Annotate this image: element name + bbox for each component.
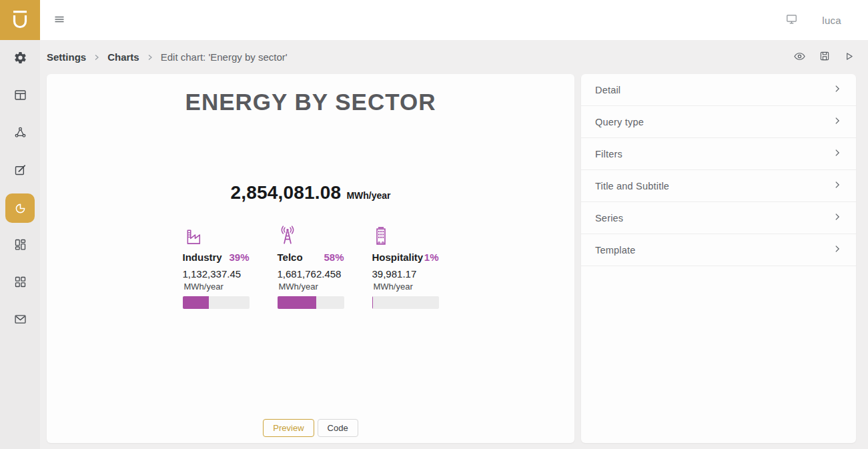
sector-label: Industry bbox=[183, 252, 222, 263]
sector-telco: Telco 58% 1,681,762.458 MWh/year bbox=[278, 223, 344, 309]
preview-chart-button[interactable] bbox=[793, 50, 806, 65]
section-series[interactable]: Series bbox=[581, 202, 856, 234]
hamburger-icon bbox=[53, 13, 65, 27]
sector-hospitality: Hospitality 1% 39,981.17 MWh/year bbox=[372, 223, 439, 309]
display-mode-button[interactable] bbox=[785, 13, 798, 27]
chevron-right-icon bbox=[146, 53, 154, 61]
dashboard-icon bbox=[13, 238, 27, 254]
sector-value: 1,132,337.45 bbox=[183, 268, 250, 280]
app-logo[interactable] bbox=[0, 0, 40, 40]
pie-chart-icon bbox=[5, 193, 35, 223]
sector-progress-fill bbox=[372, 296, 373, 309]
run-chart-button[interactable] bbox=[843, 51, 855, 64]
monitor-icon bbox=[785, 13, 798, 27]
chevron-right-icon bbox=[833, 148, 842, 160]
chevron-right-icon bbox=[93, 53, 101, 61]
section-query-type[interactable]: Query type bbox=[581, 106, 856, 138]
user-menu[interactable]: luca bbox=[822, 15, 841, 26]
chart-total: 2,854,081.08 MWh/year bbox=[47, 182, 574, 203]
section-title-and-subtitle[interactable]: Title and Subtitle bbox=[581, 170, 856, 202]
sector-list: Industry 39% 1,132,337.45 MWh/year bbox=[47, 223, 574, 309]
sector-label: Hospitality bbox=[372, 252, 424, 263]
sector-percentage: 1% bbox=[424, 252, 439, 263]
sector-percentage: 58% bbox=[324, 252, 344, 263]
breadcrumb: Settings Charts Edit chart: 'Energy by s… bbox=[47, 51, 288, 63]
sidebar-item-charts[interactable] bbox=[0, 189, 40, 227]
sector-label: Telco bbox=[278, 252, 303, 263]
chevron-right-icon bbox=[833, 244, 842, 256]
sector-unit: MWh/year bbox=[183, 282, 250, 292]
breadcrumb-settings[interactable]: Settings bbox=[47, 51, 86, 63]
total-unit: MWh/year bbox=[346, 190, 390, 201]
eye-icon bbox=[793, 50, 806, 65]
sidebar-item-widgets[interactable] bbox=[0, 264, 40, 302]
view-mode-tabs: Preview Code bbox=[47, 419, 574, 437]
hierarchy-icon bbox=[13, 125, 27, 142]
tab-code[interactable]: Code bbox=[318, 419, 358, 437]
breadcrumb-charts[interactable]: Charts bbox=[107, 51, 139, 63]
sidebar-item-hierarchy[interactable] bbox=[0, 115, 40, 152]
chart-toolbar bbox=[793, 50, 855, 65]
section-template[interactable]: Template bbox=[581, 234, 856, 266]
sector-progress-track bbox=[372, 296, 439, 309]
sector-percentage: 39% bbox=[229, 252, 249, 263]
chevron-right-icon bbox=[833, 212, 842, 224]
chart-preview-card: ENERGY BY SECTOR 2,854,081.08 MWh/year I… bbox=[47, 74, 574, 443]
edit-icon bbox=[13, 163, 27, 179]
sector-value: 1,681,762.458 bbox=[278, 268, 344, 280]
sidebar-item-edit[interactable] bbox=[0, 152, 40, 189]
sector-industry: Industry 39% 1,132,337.45 MWh/year bbox=[183, 223, 250, 309]
sidebar-item-tables[interactable] bbox=[0, 77, 40, 115]
save-icon bbox=[819, 50, 831, 64]
sidebar-item-dashboards[interactable] bbox=[0, 227, 40, 264]
sidebar-item-settings[interactable] bbox=[0, 40, 40, 77]
factory-icon bbox=[183, 223, 250, 246]
sector-progress-track bbox=[183, 296, 250, 309]
sector-unit: MWh/year bbox=[372, 282, 439, 292]
breadcrumb-bar: Settings Charts Edit chart: 'Energy by s… bbox=[40, 40, 868, 74]
sector-progress-fill bbox=[278, 296, 316, 309]
building-icon bbox=[372, 223, 439, 246]
logo-u-icon bbox=[9, 5, 31, 35]
antenna-icon bbox=[278, 223, 344, 246]
breadcrumb-current-page: Edit chart: 'Energy by sector' bbox=[161, 51, 288, 63]
section-detail[interactable]: Detail bbox=[581, 74, 856, 106]
chart-settings-panel: Detail Query type Filters Title and Subt… bbox=[581, 74, 856, 443]
save-chart-button[interactable] bbox=[819, 50, 831, 64]
main-content: ENERGY BY SECTOR 2,854,081.08 MWh/year I… bbox=[40, 74, 868, 443]
chart-title: ENERGY BY SECTOR bbox=[47, 89, 574, 115]
play-icon bbox=[843, 51, 855, 64]
menu-toggle-button[interactable] bbox=[53, 13, 65, 27]
chevron-right-icon bbox=[833, 84, 842, 96]
sector-progress-fill bbox=[183, 296, 209, 309]
sector-progress-track bbox=[278, 296, 344, 309]
chevron-right-icon bbox=[833, 116, 842, 128]
total-value: 2,854,081.08 bbox=[230, 182, 341, 203]
section-filters[interactable]: Filters bbox=[581, 138, 856, 170]
sidebar-item-mail[interactable] bbox=[0, 302, 40, 339]
chevron-right-icon bbox=[833, 180, 842, 192]
tab-preview[interactable]: Preview bbox=[263, 419, 314, 437]
sidebar bbox=[0, 0, 40, 449]
grid-icon bbox=[13, 275, 27, 292]
mail-icon bbox=[13, 312, 27, 329]
top-bar: luca bbox=[40, 0, 868, 40]
table-icon bbox=[13, 88, 27, 105]
gear-icon bbox=[13, 51, 27, 67]
sector-value: 39,981.17 bbox=[372, 268, 439, 280]
sector-unit: MWh/year bbox=[278, 282, 344, 292]
